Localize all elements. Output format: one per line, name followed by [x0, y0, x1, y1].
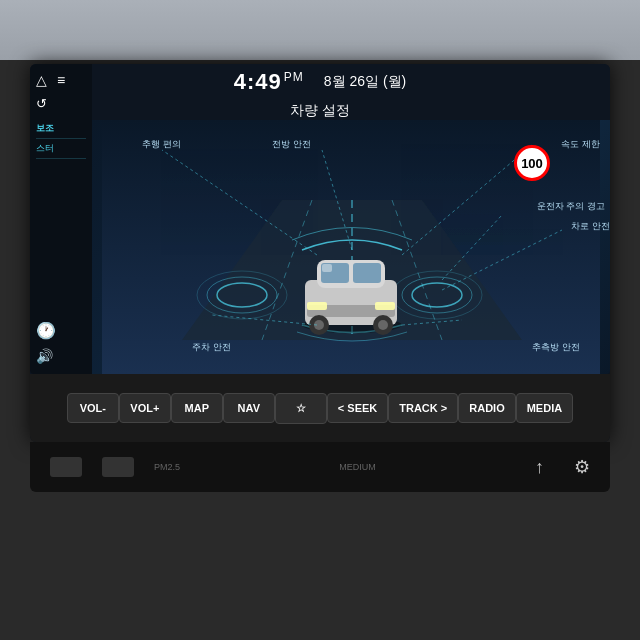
sidebar-item-cluster[interactable]: 스터 — [36, 139, 86, 159]
feature-parking[interactable]: 주차 안전 — [192, 341, 231, 354]
date-display: 8월 26일 (월) — [324, 73, 406, 91]
volume-icon: 🔊 — [36, 348, 56, 364]
sidebar-item-assist[interactable]: 보조 — [36, 119, 86, 139]
home-icon[interactable]: △ — [36, 72, 47, 88]
keyboard-area: VOL- VOL+ MAP NAV ☆ < SEEK TRACK > RADIO… — [30, 374, 610, 442]
status-bar: 4:49PM 8월 26일 (월) — [30, 64, 610, 100]
medium-label: MEDIUM — [339, 462, 376, 472]
vol-plus-button[interactable]: VOL+ — [119, 393, 171, 423]
feature-lane-safety[interactable]: 차로 안전 — [571, 220, 610, 233]
sidebar: △ ≡ ↺ 보조 스터 🕐 🔊 — [30, 64, 92, 374]
time-display: 4:49PM — [234, 69, 304, 95]
pm25-label: PM2.5 — [154, 462, 180, 472]
svg-rect-19 — [375, 302, 395, 310]
nav-button[interactable]: NAV — [223, 393, 275, 423]
sidebar-top-icons: △ ≡ — [36, 72, 86, 88]
page-title: 차량 설정 — [290, 102, 350, 120]
menu-icon[interactable]: ≡ — [57, 72, 65, 88]
bottom-left-indicator2 — [102, 457, 134, 477]
track-next-button[interactable]: TRACK > — [388, 393, 458, 423]
clock-icon: 🕐 — [36, 321, 56, 340]
device-frame: 4:49PM 8월 26일 (월) 차량 설정 △ ≡ ↺ 보조 스터 🕐 🔊 — [0, 0, 640, 640]
bottom-left-indicator — [50, 457, 82, 477]
sidebar-bottom-icons: 🕐 🔊 — [36, 321, 56, 364]
time-period: PM — [284, 70, 304, 84]
back-icon[interactable]: ↺ — [36, 96, 86, 111]
feature-speed-limit[interactable]: 속도 제한 — [561, 138, 600, 151]
radio-button[interactable]: RADIO — [458, 393, 515, 423]
svg-rect-15 — [353, 263, 381, 283]
svg-point-23 — [378, 320, 388, 330]
seek-prev-button[interactable]: < SEEK — [327, 393, 388, 423]
map-button[interactable]: MAP — [171, 393, 223, 423]
vol-minus-button[interactable]: VOL- — [67, 393, 119, 423]
speed-sign: 100 — [514, 145, 550, 181]
feature-front-safety[interactable]: 전방 안전 — [272, 138, 311, 151]
screen: 4:49PM 8월 26일 (월) 차량 설정 △ ≡ ↺ 보조 스터 🕐 🔊 — [30, 64, 610, 374]
svg-rect-16 — [322, 264, 332, 272]
speed-value: 100 — [521, 156, 543, 171]
main-content: 100 추행 편의 전방 안전 속도 제한 운전자 주의 경고 차로 안전 주차… — [92, 120, 610, 374]
favorite-button[interactable]: ☆ — [275, 393, 327, 424]
bottom-status: PM2.5 MEDIUM ↑ ⚙ — [30, 442, 610, 492]
svg-rect-18 — [307, 302, 327, 310]
fan-icon: ⚙ — [574, 456, 590, 478]
time-value: 4:49 — [234, 69, 282, 94]
feature-driving-assist[interactable]: 추행 편의 — [142, 138, 181, 151]
feature-rear-safety[interactable]: 추측방 안전 — [532, 341, 580, 354]
feature-driver-warning[interactable]: 운전자 주의 경고 — [537, 200, 605, 213]
screen-wrapper: 4:49PM 8월 26일 (월) 차량 설정 △ ≡ ↺ 보조 스터 🕐 🔊 — [30, 64, 610, 442]
up-arrow-icon: ↑ — [535, 457, 544, 478]
top-bezel — [0, 0, 640, 60]
media-button[interactable]: MEDIA — [516, 393, 573, 423]
